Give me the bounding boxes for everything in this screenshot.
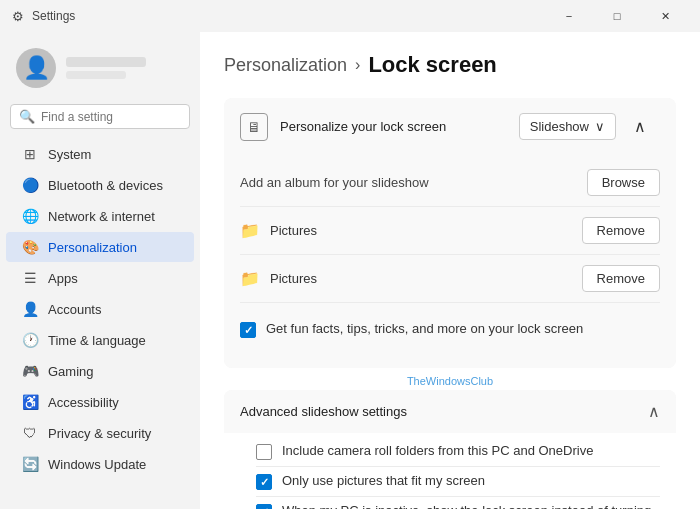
search-box[interactable]: 🔍 — [10, 104, 190, 129]
sidebar: 👤 🔍 ⊞ System 🔵 Bluetooth & devices 🌐 Net… — [0, 32, 200, 509]
title-bar: ⚙ Settings − □ ✕ — [0, 0, 700, 32]
advanced-header[interactable]: Advanced slideshow settings ∧ — [224, 390, 676, 433]
add-album-label: Add an album for your slideshow — [240, 175, 429, 190]
breadcrumb-chevron: › — [355, 56, 360, 74]
sidebar-item-privacy[interactable]: 🛡 Privacy & security — [6, 418, 194, 448]
camera-roll-label: Include camera roll folders from this PC… — [282, 443, 593, 458]
sidebar-label-bluetooth: Bluetooth & devices — [48, 178, 163, 193]
sidebar-item-time[interactable]: 🕐 Time & language — [6, 325, 194, 355]
title-bar-controls: − □ ✕ — [546, 0, 688, 32]
fit-screen-checkbox[interactable] — [256, 474, 272, 490]
sidebar-label-system: System — [48, 147, 91, 162]
main-panel: Personalization › Lock screen 🖥 Personal… — [200, 32, 700, 509]
sidebar-item-gaming[interactable]: 🎮 Gaming — [6, 356, 194, 386]
sidebar-item-system[interactable]: ⊞ System — [6, 139, 194, 169]
gaming-icon: 🎮 — [22, 363, 38, 379]
show-lock-row: When my PC is inactive, show the lock sc… — [256, 497, 660, 509]
system-icon: ⊞ — [22, 146, 38, 162]
sidebar-label-apps: Apps — [48, 271, 78, 286]
slideshow-dropdown[interactable]: Slideshow ∨ — [519, 113, 616, 140]
sidebar-label-time: Time & language — [48, 333, 146, 348]
sidebar-item-update[interactable]: 🔄 Windows Update — [6, 449, 194, 479]
sidebar-label-personalization: Personalization — [48, 240, 137, 255]
lock-screen-label: Personalize your lock screen — [280, 119, 446, 134]
settings-icon: ⚙ — [12, 9, 24, 24]
sidebar-item-bluetooth[interactable]: 🔵 Bluetooth & devices — [6, 170, 194, 200]
watermark: TheWindowsClub — [224, 372, 676, 390]
update-icon: 🔄 — [22, 456, 38, 472]
fun-facts-checkbox-wrapper: Get fun facts, tips, tricks, and more on… — [240, 313, 583, 346]
show-lock-label: When my PC is inactive, show the lock sc… — [282, 503, 660, 509]
avatar-name — [66, 57, 146, 67]
advanced-body: Include camera roll folders from this PC… — [224, 433, 676, 509]
user-profile: 👤 — [0, 40, 200, 104]
lock-screen-section-inner: Add an album for your slideshow Browse 📁… — [224, 155, 676, 368]
pictures-left-2: 📁 Pictures — [240, 269, 317, 288]
page-header: Personalization › Lock screen — [224, 52, 676, 78]
sidebar-item-personalization[interactable]: 🎨 Personalization — [6, 232, 194, 262]
close-button[interactable]: ✕ — [642, 0, 688, 32]
fit-screen-label: Only use pictures that fit my screen — [282, 473, 485, 488]
sidebar-label-accounts: Accounts — [48, 302, 101, 317]
watermark-text: TheWindowsClub — [407, 375, 493, 387]
folder-icon-1: 📁 — [240, 221, 260, 240]
search-input[interactable] — [41, 110, 181, 124]
browse-button[interactable]: Browse — [587, 169, 660, 196]
monitor-lock-icon: 🖥 — [247, 119, 261, 135]
lock-screen-main-row: 🖥 Personalize your lock screen Slideshow… — [224, 98, 676, 155]
page-title: Lock screen — [368, 52, 496, 78]
pictures-label-2: Pictures — [270, 271, 317, 286]
advanced-title: Advanced slideshow settings — [240, 404, 407, 419]
remove-button-2[interactable]: Remove — [582, 265, 660, 292]
apps-icon: ☰ — [22, 270, 38, 286]
dropdown-chevron: ∨ — [595, 119, 605, 134]
accounts-icon: 👤 — [22, 301, 38, 317]
fit-screen-row: Only use pictures that fit my screen — [256, 467, 660, 497]
sidebar-label-gaming: Gaming — [48, 364, 94, 379]
sidebar-label-privacy: Privacy & security — [48, 426, 151, 441]
minimize-button[interactable]: − — [546, 0, 592, 32]
sidebar-item-accessibility[interactable]: ♿ Accessibility — [6, 387, 194, 417]
title-bar-title: Settings — [32, 9, 75, 23]
remove-button-1[interactable]: Remove — [582, 217, 660, 244]
sidebar-label-update: Windows Update — [48, 457, 146, 472]
camera-roll-checkbox[interactable] — [256, 444, 272, 460]
sidebar-nav: ⊞ System 🔵 Bluetooth & devices 🌐 Network… — [0, 139, 200, 479]
add-album-row: Add an album for your slideshow Browse — [240, 159, 660, 207]
slideshow-value: Slideshow — [530, 119, 589, 134]
avatar-subtitle — [66, 71, 126, 79]
expand-icon: ∧ — [634, 118, 646, 135]
pictures-row-2: 📁 Pictures Remove — [240, 255, 660, 303]
show-lock-checkbox[interactable] — [256, 504, 272, 509]
lock-screen-icon-box: 🖥 — [240, 113, 268, 141]
camera-roll-row: Include camera roll folders from this PC… — [256, 437, 660, 467]
advanced-collapse-icon: ∧ — [648, 402, 660, 421]
search-icon: 🔍 — [19, 109, 35, 124]
advanced-section: Advanced slideshow settings ∧ Include ca… — [224, 390, 676, 509]
folder-icon-2: 📁 — [240, 269, 260, 288]
accessibility-icon: ♿ — [22, 394, 38, 410]
bluetooth-icon: 🔵 — [22, 177, 38, 193]
fun-facts-row: Get fun facts, tips, tricks, and more on… — [240, 303, 660, 356]
pictures-label-1: Pictures — [270, 223, 317, 238]
pictures-left-1: 📁 Pictures — [240, 221, 317, 240]
sidebar-item-apps[interactable]: ☰ Apps — [6, 263, 194, 293]
personalization-icon: 🎨 — [22, 239, 38, 255]
breadcrumb[interactable]: Personalization — [224, 55, 347, 76]
content-area: 👤 🔍 ⊞ System 🔵 Bluetooth & devices 🌐 Net… — [0, 32, 700, 509]
maximize-button[interactable]: □ — [594, 0, 640, 32]
expand-button[interactable]: ∧ — [620, 112, 660, 141]
sidebar-item-network[interactable]: 🌐 Network & internet — [6, 201, 194, 231]
pictures-row-1: 📁 Pictures Remove — [240, 207, 660, 255]
avatar: 👤 — [16, 48, 56, 88]
network-icon: 🌐 — [22, 208, 38, 224]
sidebar-label-accessibility: Accessibility — [48, 395, 119, 410]
fun-facts-label: Get fun facts, tips, tricks, and more on… — [266, 321, 583, 336]
time-icon: 🕐 — [22, 332, 38, 348]
sidebar-item-accounts[interactable]: 👤 Accounts — [6, 294, 194, 324]
title-bar-left: ⚙ Settings — [12, 9, 75, 24]
sidebar-label-network: Network & internet — [48, 209, 155, 224]
privacy-icon: 🛡 — [22, 425, 38, 441]
fun-facts-checkbox[interactable] — [240, 322, 256, 338]
lock-screen-section: 🖥 Personalize your lock screen Slideshow… — [224, 98, 676, 368]
